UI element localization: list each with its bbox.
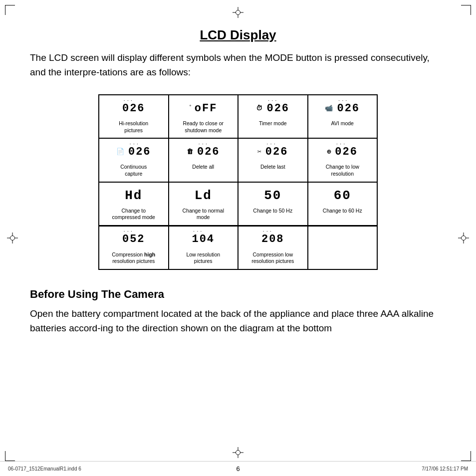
lcd-cell-50hz: 50 Change to 50 Hz (238, 182, 308, 226)
lcd-label-avi: AVI mode (331, 120, 354, 127)
lcd-display-104: ··· 104 (192, 231, 215, 248)
lcd-grid-main: ··· 026 Hi-resolutionpictures °oFF Ready… (98, 94, 378, 226)
lcd-display-ld: Ld (195, 187, 212, 205)
display-text-avi: ··· 026 (337, 102, 360, 115)
corner-mark-br (461, 451, 471, 461)
off-superscript: ° (189, 104, 193, 109)
display-text-timer: ··· 026 (266, 102, 289, 115)
lcd-cell-hi-res: ··· 026 Hi-resolutionpictures (99, 95, 169, 138)
lcd-cell-hd: Hd Change tocompressed mode (99, 182, 169, 226)
crosshair-left (7, 233, 18, 243)
lcd-cell-104: ··· 104 Low resolutionpictures (169, 226, 238, 269)
page-title: LCD Display (30, 27, 446, 43)
lcd-cell-delete-last: ✂ ··· 026 Delete last (238, 138, 308, 182)
lcd-cell-208: ··· 208 Compression lowresolution pictur… (238, 226, 308, 269)
display-text-cont: ··· 026 (128, 146, 151, 158)
lcd-label-104: Low resolutionpictures (186, 251, 220, 265)
footer-right: 7/17/06 12:51:17 PM (422, 466, 468, 472)
lcd-label-timer: Timer mode (259, 120, 287, 127)
crosshair-top (233, 7, 243, 18)
low-res-icon: ⊕ (327, 148, 332, 156)
lcd-display-hi-res: ··· 026 (122, 99, 145, 117)
lcd-display-timer: ⏱ ··· 026 (256, 99, 289, 117)
lcd-cell-continuous: 📄 ··· 026 Continuouscapture (99, 138, 169, 182)
lcd-display-off: °oFF (189, 99, 217, 117)
lcd-cell-off: °oFF Ready to close orshutdown mode (169, 95, 238, 138)
lcd-display-change-low-res: ⊕ ··· 026 (327, 143, 358, 161)
lcd-label-ld: Change to normalmode (183, 208, 224, 221)
display-text-del-last: ··· 026 (265, 146, 288, 158)
lcd-display-hd: Hd (125, 187, 142, 205)
lcd-display-208: ··· 208 (261, 231, 284, 248)
lcd-cell-delete-all: 🗑 ··· 026 Delete all (169, 138, 238, 182)
lcd-cell-avi: 📹 ··· 026 AVI mode (308, 95, 378, 138)
lcd-label-change-low-res: Change to lowresolution (326, 164, 359, 177)
lcd-label-delete-last: Delete last (260, 164, 285, 171)
lcd-display-052: ··· 052 (122, 231, 145, 248)
lcd-label-off: Ready to close orshutdown mode (183, 120, 224, 134)
lcd-cell-empty (308, 226, 378, 269)
display-text-del-all: ··· 026 (197, 146, 220, 158)
crosshair-bottom (233, 447, 243, 458)
lcd-display-avi: 📹 ··· 026 (325, 99, 360, 117)
lcd-label-delete-all: Delete all (192, 164, 214, 171)
display-text-ld: Ld (195, 188, 212, 203)
corner-mark-tr (461, 5, 471, 15)
lcd-label-hi-res: Hi-resolutionpictures (119, 120, 148, 134)
continuous-icon: 📄 (116, 148, 125, 156)
crosshair-right (458, 233, 469, 243)
display-text-50hz: 50 (264, 188, 281, 203)
display-text-052: ··· 052 (122, 233, 145, 245)
corner-mark-tl (5, 5, 15, 15)
page: LCD Display The LCD screen will display … (0, 0, 476, 476)
lcd-cell-change-low-res: ⊕ ··· 026 Change to lowresolution (308, 138, 378, 182)
lcd-display-delete-last: ✂ ··· 026 (257, 143, 288, 161)
lcd-display-continuous: 📄 ··· 026 (116, 143, 151, 161)
lcd-label-continuous: Continuouscapture (120, 164, 147, 177)
corner-mark-bl (5, 451, 15, 461)
lcd-cell-timer: ⏱ ··· 026 Timer mode (238, 95, 308, 138)
display-text-off: oFF (195, 102, 218, 115)
avi-icon: 📹 (325, 104, 334, 112)
lcd-label-052: Compression highresolution pictures (112, 251, 155, 265)
page-footer: 06-0717_1512EmanualR1.indd 6 6 7/17/06 1… (0, 461, 476, 476)
lcd-grid-bottom: ··· 052 Compression highresolution pictu… (98, 226, 378, 270)
display-text-low-res: ··· 026 (335, 146, 358, 158)
display-text-60hz: 60 (334, 188, 351, 203)
lcd-display-50hz: 50 (264, 187, 281, 205)
section2-text: Open the battery compartment located at … (30, 307, 446, 335)
display-text-208: ··· 208 (261, 233, 284, 245)
main-content: LCD Display The LCD screen will display … (0, 0, 476, 355)
delete-last-icon: ✂ (257, 148, 262, 156)
footer-left: 06-0717_1512EmanualR1.indd 6 (8, 466, 81, 472)
lcd-label-50hz: Change to 50 Hz (253, 208, 292, 215)
intro-text: The LCD screen will display different sy… (30, 51, 446, 79)
lcd-display-60hz: 60 (334, 187, 351, 205)
timer-icon: ⏱ (256, 105, 263, 112)
display-text-104: ··· 104 (192, 233, 215, 245)
lcd-display-delete-all: 🗑 ··· 026 (187, 143, 220, 161)
footer-page-number: 6 (236, 465, 239, 473)
lcd-cell-ld: Ld Change to normalmode (169, 182, 238, 226)
display-text: ··· 026 (122, 102, 145, 115)
display-text-hd: Hd (125, 188, 142, 203)
section2-title: Before Using The Camera (30, 288, 446, 301)
delete-all-icon: 🗑 (187, 148, 194, 156)
lcd-cell-60hz: 60 Change to 60 Hz (308, 182, 378, 226)
lcd-label-208: Compression lowresolution pictures (251, 251, 294, 265)
lcd-label-60hz: Change to 60 Hz (323, 208, 362, 215)
lcd-cell-052: ··· 052 Compression highresolution pictu… (99, 226, 169, 269)
lcd-grid-container: ··· 026 Hi-resolutionpictures °oFF Ready… (30, 94, 446, 270)
lcd-label-hd: Change tocompressed mode (112, 208, 155, 221)
